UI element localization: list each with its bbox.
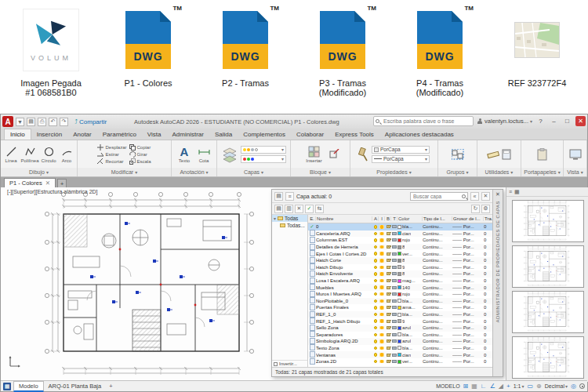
layer-linetype-cell[interactable]: Continu... (423, 339, 452, 343)
undo-icon[interactable]: ↶ (49, 118, 57, 126)
layer-transparency-cell[interactable]: 0 (484, 224, 492, 229)
layer-lineweight-cell[interactable]: —— Por... (452, 339, 484, 343)
redo-icon[interactable]: ↷ (60, 118, 68, 126)
calculator-icon[interactable] (502, 149, 511, 160)
layer-freeze-icon[interactable] (379, 333, 385, 337)
maximize-button[interactable]: □ (562, 116, 572, 126)
panel-label-portapapeles[interactable]: Portapapeles▾ (521, 168, 563, 176)
layer-row[interactable]: Cancelería.ARQcianContinu...—— Por...0 (308, 230, 492, 238)
layer-color-cell[interactable]: rojo (397, 292, 423, 296)
layer-transparency-cell[interactable]: 0 (484, 299, 492, 303)
layer-on-icon[interactable] (372, 238, 379, 242)
layer-transparency-cell[interactable]: 0 (484, 285, 492, 290)
layer-linetype-cell[interactable]: Continu... (423, 231, 452, 236)
layer-linetype-cell[interactable]: Continu... (423, 285, 452, 290)
layer-on-icon[interactable] (372, 252, 379, 256)
open-icon[interactable]: ▤ (27, 118, 35, 126)
layer-linetype-cell[interactable]: Continu... (423, 319, 452, 324)
column-header[interactable]: I (379, 216, 385, 221)
column-header[interactable]: E. (308, 216, 316, 221)
layer-transparency-cell[interactable]: 0 (484, 339, 492, 343)
stretch-tool[interactable]: Estirar (97, 151, 126, 158)
set-current-icon[interactable]: ✓ (305, 205, 314, 213)
layer-color-cell[interactable]: ver... (397, 252, 423, 256)
layer-lineweight-cell[interactable]: —— Por... (452, 265, 484, 270)
layer-lineweight-cell[interactable]: —— Por... (452, 319, 484, 324)
layer-color-cell[interactable]: ama... (397, 305, 423, 310)
layer-freeze-icon[interactable] (379, 292, 385, 296)
ribbon-tab-administrar[interactable]: Administrar (167, 129, 209, 140)
layer-lineweight-cell[interactable]: —— Por... (452, 359, 484, 364)
layer-freeze-icon[interactable] (379, 285, 385, 289)
refresh-icon[interactable]: ↻ (471, 205, 480, 213)
layer-freeze-icon[interactable] (379, 279, 385, 283)
annotation-scale[interactable]: 1:1▾ (514, 383, 524, 389)
layer-lock-icon[interactable] (385, 259, 391, 262)
layer-lock-icon[interactable] (385, 252, 391, 256)
layer-linetype-cell[interactable]: Continu... (423, 245, 452, 249)
layer-on-icon[interactable] (372, 306, 379, 310)
minimize-button[interactable]: – (549, 116, 559, 126)
layer-freeze-icon[interactable] (379, 360, 385, 364)
layer-lineweight-cell[interactable]: —— Por... (452, 312, 484, 317)
layer-freeze-icon[interactable] (379, 232, 385, 236)
layer-color-cell[interactable]: rojo (397, 238, 423, 242)
layer-lineweight-cell[interactable]: —— Por... (452, 278, 484, 283)
sheet-thumbnail[interactable] (512, 200, 584, 242)
layer-color-cell[interactable]: 8 (397, 258, 423, 263)
annotation-visibility-icon[interactable]: ▭ (527, 383, 533, 390)
layer-on-icon[interactable] (372, 313, 379, 317)
layer-plot-icon[interactable] (391, 279, 397, 282)
move-tool[interactable]: Desplazar (97, 144, 126, 151)
layer-table-header[interactable]: E.NombreAIBTColorTipo de l...Grosor de l… (308, 215, 492, 223)
layer-freeze-icon[interactable] (379, 306, 385, 310)
file-tab-active[interactable]: P1 - Colores ✕ (4, 178, 56, 187)
file-item-dwg[interactable]: TM DWG P4 - Tramas (Modificado) (394, 6, 486, 97)
layer-lock-icon[interactable] (385, 306, 391, 309)
dimension-tool[interactable]: Cota (195, 146, 212, 163)
layer-on-icon[interactable] (372, 299, 379, 303)
file-item-dwg[interactable]: TM DWG P1 - Colores (102, 6, 194, 88)
layout-grid-icon[interactable]: ▦ (3, 383, 11, 390)
polyline-tool[interactable]: Polilínea (21, 146, 38, 163)
new-tab-button[interactable]: + (57, 179, 67, 187)
layer-states-icon[interactable]: ≡ (285, 192, 294, 201)
layer-transparency-cell[interactable]: 0 (484, 332, 492, 337)
layer-color-cell[interactable]: mag... (397, 278, 423, 283)
ribbon-tab-aplicaciones-destacadas[interactable]: Aplicaciones destacadas (379, 129, 459, 140)
layer-on-icon[interactable] (372, 319, 379, 323)
layer-row[interactable]: Muebles140Continu...—— Por...0 (308, 284, 492, 291)
file-item-dwg[interactable]: TM DWG P2 - Tramas (199, 6, 292, 88)
layer-plot-icon[interactable] (391, 339, 397, 343)
snap-toggle-icon[interactable]: ▦ (471, 383, 477, 390)
line-tool[interactable]: Línea (3, 146, 19, 163)
layer-transparency-cell[interactable]: 0 (484, 238, 492, 242)
layer-lock-icon[interactable] (385, 339, 391, 343)
layer-linetype-cell[interactable]: Continu... (423, 224, 452, 229)
layer-search-input[interactable] (413, 193, 462, 200)
filter-node-used[interactable]: Todas... (272, 222, 307, 229)
panel-label-dibujo[interactable]: Dibujo▾ (1, 168, 77, 176)
layer-plot-icon[interactable] (391, 238, 397, 241)
layer-lock-icon[interactable] (385, 333, 391, 336)
layer-row[interactable]: Ejes I Cotas I Cortes.2Dver...Continu...… (308, 250, 492, 257)
layer-transparency-cell[interactable]: 0 (484, 258, 492, 263)
layer-on-icon[interactable] (372, 347, 379, 350)
layer-freeze-icon[interactable] (379, 259, 385, 263)
sheet-thumbnail[interactable] (512, 291, 584, 333)
layer-on-icon[interactable] (372, 272, 379, 276)
linetype-dropdown[interactable]: PorCapa ▾ (372, 155, 430, 163)
help-button[interactable]: ? (535, 116, 546, 126)
column-header[interactable]: Color (397, 216, 423, 221)
workspace-icon[interactable]: ◎ (571, 383, 576, 390)
panel-label-propiedades[interactable]: Propiedades▾ (350, 168, 437, 176)
layer-color-cell[interactable]: bla... (397, 332, 423, 337)
palette-title-bar[interactable]: ✕ ADMINISTRADOR DE PROPIEDADES DE CAPAS (492, 190, 503, 376)
layer-row[interactable]: Separadoresbla...Continu...—— Por...0 (308, 332, 492, 339)
account-menu[interactable]: valentyn.loctus... ▾ (477, 118, 532, 125)
edit-block-icon[interactable] (329, 149, 339, 159)
layer-on-icon[interactable] (372, 353, 379, 357)
layer-row[interactable]: Hatch Dibujo9Continu...—— Por...0 (308, 264, 492, 271)
copy-tool[interactable]: Copiar (129, 144, 151, 151)
panel-label-capas[interactable]: Capas▾ (217, 168, 290, 176)
